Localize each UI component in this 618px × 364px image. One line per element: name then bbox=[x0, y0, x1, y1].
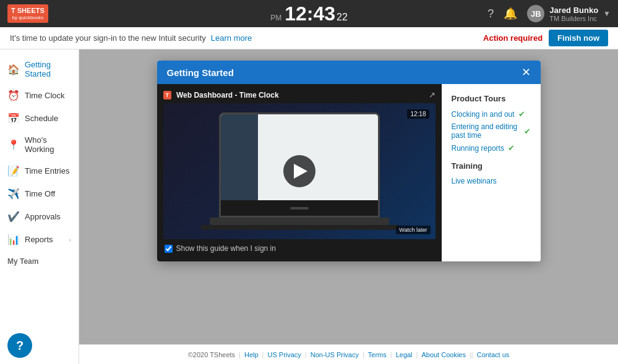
sidebar-item-time-entries[interactable]: 📝 Time Entries bbox=[0, 159, 79, 182]
laptop-bottom bbox=[200, 225, 398, 230]
show-guide-label: Show this guide when I sign in bbox=[176, 244, 276, 253]
sidebar-item-label: Getting Started bbox=[25, 60, 71, 78]
chevron-down-icon: ▼ bbox=[603, 9, 611, 18]
sidebar-item-approvals[interactable]: ✔️ Approvals bbox=[0, 205, 79, 228]
clock-ampm: PM bbox=[270, 14, 281, 22]
clock-time: 12:43 bbox=[285, 4, 335, 23]
main-layout: 🏠 Getting Started ⏰ Time Clock 📅 Schedul… bbox=[0, 49, 618, 364]
sidebar: 🏠 Getting Started ⏰ Time Clock 📅 Schedul… bbox=[0, 49, 79, 364]
chevron-right-icon: › bbox=[69, 236, 71, 243]
tour-item-2: Running reports ✔ bbox=[452, 143, 531, 153]
live-webinars-link[interactable]: Live webinars bbox=[452, 177, 497, 185]
footer-copyright: ©2020 TSheets bbox=[184, 351, 239, 358]
sidebar-item-schedule[interactable]: 📅 Schedule bbox=[0, 107, 79, 130]
user-menu[interactable]: JB Jared Bunko TM Builders Inc ▼ bbox=[527, 5, 611, 22]
show-guide-checkbox[interactable] bbox=[165, 245, 173, 253]
user-company: TM Builders Inc bbox=[549, 15, 598, 22]
laptop-content bbox=[258, 114, 378, 200]
tour-link-0[interactable]: Clocking in and out bbox=[452, 110, 515, 119]
alert-text: It's time to update your sign-in to the … bbox=[10, 33, 206, 43]
sidebar-item-label: Time Off bbox=[25, 189, 71, 198]
laptop-base bbox=[210, 218, 389, 225]
time-off-icon: ✈️ bbox=[7, 188, 20, 200]
approvals-icon: ✔️ bbox=[7, 211, 20, 222]
modal-video-section: T Web Dashboard - Time Clock ↗ bbox=[157, 84, 442, 261]
video-logo: T bbox=[163, 91, 172, 99]
alert-message: It's time to update your sign-in to the … bbox=[10, 33, 252, 43]
play-button[interactable] bbox=[283, 155, 315, 187]
sidebar-item-label: Approvals bbox=[25, 212, 71, 221]
sidebar-item-label: Reports bbox=[25, 235, 64, 244]
training-title: Training bbox=[452, 161, 531, 171]
modal-header: Getting Started ✕ bbox=[157, 61, 541, 84]
whos-working-icon: 📍 bbox=[7, 139, 20, 151]
sidebar-item-getting-started[interactable]: 🏠 Getting Started bbox=[0, 54, 79, 84]
user-avatar: JB bbox=[527, 5, 544, 22]
finish-now-button[interactable]: Finish now bbox=[549, 30, 608, 46]
time-entries-icon: 📝 bbox=[7, 165, 20, 177]
modal-close-button[interactable]: ✕ bbox=[521, 67, 531, 78]
action-required-label: Action required bbox=[483, 33, 543, 43]
user-name: Jared Bunko bbox=[549, 6, 598, 15]
laptop-sidebar bbox=[221, 114, 258, 200]
footer-non-us-privacy[interactable]: Non-US Privacy bbox=[307, 351, 363, 358]
footer-contact-us[interactable]: Contact us bbox=[473, 351, 513, 358]
sidebar-item-label: Time Entries bbox=[25, 166, 71, 176]
sidebar-item-label: Who's Working bbox=[25, 135, 71, 154]
logo: T SHEETS by quickbooks bbox=[7, 4, 48, 23]
nav-right: ? 🔔 JB Jared Bunko TM Builders Inc ▼ bbox=[487, 5, 611, 22]
video-player[interactable]: 12:18 Watch later bbox=[163, 103, 436, 239]
sidebar-item-label: Time Clock bbox=[25, 91, 71, 100]
footer-help[interactable]: Help bbox=[241, 351, 262, 358]
tour-link-1[interactable]: Entering and editing past time bbox=[452, 122, 520, 140]
tour-item-0: Clocking in and out ✔ bbox=[452, 109, 531, 119]
alert-bar: It's time to update your sign-in to the … bbox=[0, 27, 618, 49]
time-clock-icon: ⏰ bbox=[7, 90, 20, 101]
help-fab-button[interactable]: ? bbox=[7, 333, 32, 358]
footer-legal[interactable]: Legal bbox=[392, 351, 416, 358]
getting-started-modal: Getting Started ✕ T Web Dashboard - Time… bbox=[157, 61, 541, 261]
play-triangle-icon bbox=[294, 164, 307, 179]
tour-link-2[interactable]: Running reports bbox=[452, 144, 504, 153]
modal-overlay: Getting Started ✕ T Web Dashboard - Time… bbox=[79, 49, 618, 364]
check-icon-0: ✔ bbox=[518, 109, 525, 119]
footer-terms[interactable]: Terms bbox=[364, 351, 390, 358]
sidebar-item-time-off[interactable]: ✈️ Time Off bbox=[0, 182, 79, 205]
modal-title: Getting Started bbox=[167, 67, 234, 78]
help-icon-button[interactable]: ? bbox=[487, 7, 494, 20]
sidebar-item-whos-working[interactable]: 📍 Who's Working bbox=[0, 130, 79, 159]
reports-icon: 📊 bbox=[7, 234, 20, 245]
sidebar-item-time-clock[interactable]: ⏰ Time Clock bbox=[0, 84, 79, 107]
product-tours-title: Product Tours bbox=[452, 94, 531, 103]
tour-item-1: Entering and editing past time ✔ bbox=[452, 122, 531, 140]
footer-about-cookies[interactable]: About Cookies bbox=[418, 351, 470, 358]
modal-body: T Web Dashboard - Time Clock ↗ bbox=[157, 84, 541, 261]
share-icon[interactable]: ↗ bbox=[429, 90, 436, 99]
clock: PM 12:43 22 bbox=[270, 4, 348, 23]
sidebar-item-reports[interactable]: 📊 Reports › bbox=[0, 228, 79, 251]
home-icon: 🏠 bbox=[7, 64, 20, 75]
sidebar-item-label: Schedule bbox=[25, 114, 71, 123]
modal-info-section: Product Tours Clocking in and out ✔ Ente… bbox=[442, 84, 541, 261]
watch-later-label: Watch later bbox=[396, 226, 430, 234]
footer: ©2020 TSheets | Help | US Privacy | Non-… bbox=[79, 344, 618, 364]
check-icon-2: ✔ bbox=[508, 143, 515, 153]
main-content: Getting Started ✕ T Web Dashboard - Time… bbox=[79, 49, 618, 364]
footer-us-privacy[interactable]: US Privacy bbox=[264, 351, 304, 358]
show-guide-row: Show this guide when I sign in bbox=[163, 239, 436, 255]
video-duration: 12:18 bbox=[407, 109, 429, 119]
sidebar-nav: 🏠 Getting Started ⏰ Time Clock 📅 Schedul… bbox=[0, 54, 79, 268]
schedule-icon: 📅 bbox=[7, 112, 20, 124]
logo-box: T SHEETS by quickbooks bbox=[7, 4, 48, 23]
clock-seconds: 22 bbox=[337, 12, 348, 23]
my-team-section: My Team bbox=[0, 251, 79, 268]
user-details: Jared Bunko TM Builders Inc bbox=[549, 6, 598, 22]
check-icon-1: ✔ bbox=[524, 127, 531, 136]
video-title: Web Dashboard - Time Clock bbox=[176, 91, 279, 99]
notifications-icon-button[interactable]: 🔔 bbox=[504, 7, 517, 20]
top-nav: T SHEETS by quickbooks PM 12:43 22 ? 🔔 J… bbox=[0, 0, 618, 27]
alert-actions: Action required Finish now bbox=[483, 30, 608, 46]
video-title-bar: T Web Dashboard - Time Clock ↗ bbox=[163, 90, 436, 99]
learn-more-link[interactable]: Learn more bbox=[211, 33, 252, 43]
